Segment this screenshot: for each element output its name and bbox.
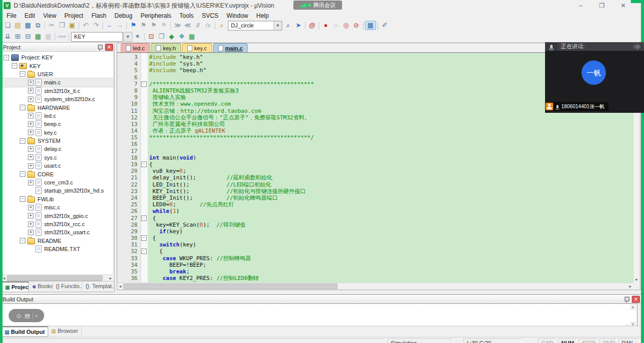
fold-collapse-icon[interactable]: - [141, 161, 147, 168]
tab-project[interactable]: ▦Project [2, 282, 29, 292]
find-in-files-icon[interactable]: ⌕ [217, 21, 227, 30]
target-combo[interactable]: KEY [71, 32, 123, 42]
expand-icon[interactable]: + [28, 121, 33, 127]
expand-icon[interactable]: + [28, 97, 33, 102]
collapse-icon[interactable]: - [20, 138, 25, 144]
navigate-back-icon[interactable]: ← [105, 21, 115, 30]
menu-file[interactable]: File [3, 12, 20, 19]
tree-item-key-c[interactable]: +key.c [2, 129, 113, 137]
scroll-right-icon[interactable]: ► [108, 275, 114, 281]
toggle-breakpoint-icon[interactable]: ○ [331, 21, 341, 30]
manage-project-items-icon[interactable]: ⊡ [146, 32, 156, 41]
comment-icon[interactable]: // [193, 21, 203, 30]
menu-peripherals[interactable]: Peripherals [137, 12, 176, 19]
manage-rte-icon[interactable]: ◆ [166, 32, 177, 41]
insert-breakpoint-icon[interactable]: ● [321, 21, 331, 30]
meeting-reaction-bar[interactable]: ☺ ▤ ‹ [9, 309, 44, 322]
file-extensions-icon[interactable]: ❐ [156, 32, 166, 41]
tree-item-system-stm32f10x-c[interactable]: +system_stm32f10x.c [2, 95, 113, 103]
expand-icon[interactable]: + [28, 163, 33, 169]
collapse-icon[interactable]: - [20, 105, 25, 110]
insert-bookmark-icon[interactable]: ⚑ [128, 21, 139, 30]
menu-help[interactable]: Help [252, 12, 273, 19]
open-file-icon[interactable]: ▤ [13, 21, 23, 30]
download-icon[interactable]: LOAD [57, 32, 67, 41]
options-for-target-icon[interactable]: ✶ [132, 32, 143, 41]
project-hscrollbar[interactable]: ◄ ► [1, 274, 114, 281]
scroll-thumb[interactable] [123, 284, 337, 289]
redo-icon[interactable]: ↷ [91, 21, 101, 30]
search-combo[interactable]: DJ_circle ▼ [228, 21, 282, 30]
collapse-icon[interactable]: - [20, 71, 25, 77]
tree-item-core-cm3-c[interactable]: +core_cm3.c [2, 178, 113, 186]
tab-led-c[interactable]: led.c [121, 43, 150, 52]
tree-item-stm32f10x-gpio-c[interactable]: +stm32f10x_gpio.c [2, 211, 113, 220]
expand-icon[interactable]: + [28, 222, 33, 227]
scroll-down-icon[interactable]: ▼ [633, 277, 639, 283]
tab-key-h[interactable]: key.h [151, 43, 181, 52]
collapse-icon[interactable]: - [4, 55, 9, 60]
pack-installer-icon[interactable]: ▩ [187, 32, 197, 41]
clear-bookmarks-icon[interactable]: ⚑ [159, 21, 169, 30]
scroll-left-icon[interactable]: ◄ [117, 284, 123, 289]
next-bookmark-icon[interactable]: ⚑ [149, 21, 159, 30]
find-next-icon[interactable]: ⌕ [283, 21, 293, 30]
navigate-forward-icon[interactable]: → [115, 21, 125, 30]
disable-breakpoints-icon[interactable]: ◎ [341, 21, 351, 30]
paste-icon[interactable]: ▣ [67, 21, 77, 30]
tree-item-stm32f10x-it-c[interactable]: +stm32f10x_it.c [2, 87, 113, 95]
tree-item-sys-c[interactable]: +sys.c [2, 153, 113, 162]
tree-item-system[interactable]: -SYSTEM [2, 137, 113, 145]
menu-window[interactable]: Window [222, 12, 252, 19]
emoji-icon[interactable]: ☺ [15, 312, 22, 320]
target-combo-dropdown-icon[interactable]: ▼ [123, 32, 132, 42]
expand-icon[interactable]: + [28, 88, 33, 93]
tree-item-fwlib[interactable]: -FWLib [2, 195, 113, 203]
collapse-icon[interactable]: - [12, 63, 17, 69]
menu-view[interactable]: View [39, 12, 60, 19]
tree-item-readme[interactable]: -README [2, 237, 113, 245]
menu-tools[interactable]: Tools [176, 12, 198, 19]
expand-icon[interactable]: + [28, 130, 33, 135]
tree-item-startup-stm32f10x-hd-s[interactable]: startup_stm32f10x_hd.s [2, 186, 113, 195]
tree-item-beep-c[interactable]: +beep.c [2, 120, 113, 128]
indent-icon[interactable]: ≫ [173, 21, 183, 30]
fold-collapse-icon[interactable]: - [141, 215, 147, 222]
run-to-cursor-icon[interactable]: ➤ [293, 21, 303, 30]
menu-flash[interactable]: Flash [87, 12, 110, 19]
debug-windows-icon[interactable]: ▦ ▾ [365, 21, 376, 30]
rebuild-icon[interactable]: ⊟ [23, 32, 33, 41]
scroll-thumb[interactable] [7, 275, 103, 281]
tree-item-delay-c[interactable]: +delay.c [2, 145, 113, 153]
new-file-icon[interactable]: ❏ [3, 21, 13, 30]
fold-collapse-icon[interactable]: - [141, 248, 147, 255]
menu-edit[interactable]: Edit [20, 12, 39, 19]
tree-item-main-c[interactable]: +main.c [2, 78, 113, 86]
tree-item-hardware[interactable]: -HARDWARE [2, 103, 113, 111]
tab-functio[interactable]: {} Functio... [53, 282, 82, 291]
tree-item-readme-txt[interactable]: README.TXT [2, 245, 113, 253]
editor-hscrollbar[interactable]: ◄ ► [117, 283, 633, 289]
tree-item-project-key[interactable]: -Project: KEY [2, 53, 113, 61]
collapse-icon[interactable]: ‹ [36, 312, 38, 319]
fold-collapse-icon[interactable]: - [141, 81, 147, 87]
meeting-video-tile[interactable]: 一帆 1806014401张一帆 [545, 51, 644, 113]
build-output-close-icon[interactable]: x [632, 296, 640, 303]
collapse-icon[interactable]: - [20, 238, 25, 243]
translate-icon[interactable]: ⇊ [3, 32, 13, 41]
chat-icon[interactable]: ▤ [24, 313, 29, 319]
stop-build-icon[interactable]: ▦ [43, 32, 53, 41]
batch-build-icon[interactable]: ▦ [33, 32, 43, 41]
maximize-button[interactable]: ❐ [591, 1, 613, 11]
uncomment-icon[interactable]: /x [203, 21, 213, 30]
menu-debug[interactable]: Debug [111, 12, 137, 19]
collapse-icon[interactable]: - [20, 171, 25, 177]
minimize-button[interactable]: – [570, 1, 591, 11]
tree-item-led-c[interactable]: +led.c [2, 112, 113, 120]
menu-svcs[interactable]: SVCS [198, 12, 223, 19]
collapse-icon[interactable]: - [20, 196, 25, 202]
tree-item-stm32f10x-usart-c[interactable]: +stm32f10x_usart.c [2, 228, 113, 236]
tab-key-c[interactable]: key.c [182, 43, 212, 52]
copy-icon[interactable]: ❐ [57, 21, 67, 30]
expand-icon[interactable]: + [28, 113, 33, 118]
